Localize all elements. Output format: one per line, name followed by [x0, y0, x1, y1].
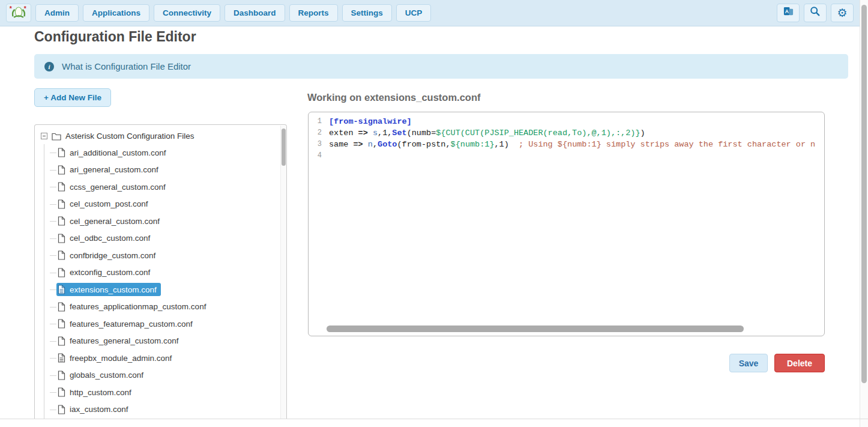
tree-file-item[interactable]: freepbx_module_admin.conf — [56, 350, 286, 367]
file-icon — [58, 148, 65, 157]
top-navbar: * * AdminApplicationsConnectivityDashboa… — [0, 0, 860, 26]
nav-menu-button[interactable]: Reports — [289, 4, 338, 22]
tree-file-label: iax_custom.conf — [70, 405, 128, 414]
tree-items: ari_additional_custom.conf ari_general_c… — [56, 144, 286, 419]
tree-file-item[interactable]: ari_general_custom.conf — [56, 162, 286, 179]
file-icon — [58, 165, 65, 175]
svg-text:*: * — [10, 5, 13, 11]
nav-menu-button[interactable]: Connectivity — [154, 4, 220, 22]
tree-file-item[interactable]: features_applicationmap_custom.conf — [56, 298, 286, 316]
working-on-heading: Working on extensions_custom.conf — [307, 92, 480, 103]
tree-file-anchor[interactable]: ari_general_custom.conf — [56, 163, 163, 177]
editor-horizontal-scrollbar[interactable] — [323, 326, 816, 332]
gear-icon: ⚙ — [837, 7, 847, 19]
tree-root-label: Asterisk Custom Configuration Files — [65, 132, 194, 141]
tree-file-item[interactable]: confbridge_custom.conf — [56, 247, 286, 264]
tree-file-item[interactable]: cel_custom_post.conf — [56, 196, 286, 213]
file-icon — [58, 268, 65, 277]
search-icon — [810, 6, 821, 20]
tree-file-anchor[interactable]: ari_additional_custom.conf — [56, 146, 170, 159]
delete-button[interactable]: Delete — [774, 354, 825, 372]
editor-code[interactable]: [from-signalwire]exten => s,1,Set(numb=$… — [329, 116, 823, 162]
tree-scrollbar-thumb[interactable] — [282, 129, 286, 166]
tree-file-anchor[interactable]: cel_odbc_custom.conf — [56, 232, 154, 245]
tree-file-label: cel_odbc_custom.conf — [70, 234, 150, 243]
tree-file-item[interactable]: extconfig_custom.conf — [56, 264, 286, 282]
tree-file-label: features_featuremap_custom.conf — [70, 319, 193, 329]
search-button[interactable] — [804, 4, 827, 22]
tree-file-label: cel_general_custom.conf — [70, 217, 160, 226]
folder-icon — [52, 132, 61, 141]
nav-menu-button[interactable]: Admin — [35, 4, 79, 22]
freepbx-frog-icon: * * — [9, 5, 28, 22]
file-icon — [58, 216, 65, 226]
tree-file-item[interactable]: cel_general_custom.conf — [56, 213, 286, 230]
save-button[interactable]: Save — [729, 354, 768, 372]
file-icon — [58, 199, 65, 209]
tree-file-anchor[interactable]: globals_custom.conf — [56, 369, 148, 382]
tree-file-item[interactable]: extensions_custom.conf — [56, 281, 286, 298]
tree-file-anchor[interactable]: cel_general_custom.conf — [56, 214, 164, 228]
tree-file-item[interactable]: ccss_general_custom.conf — [56, 178, 286, 196]
file-icon — [58, 302, 65, 312]
nav-menu-button[interactable]: Applications — [83, 4, 149, 22]
tree-file-anchor[interactable]: cel_custom_post.conf — [56, 198, 152, 211]
freepbx-logo-button[interactable]: * * — [6, 4, 31, 22]
nav-menu-button[interactable]: Dashboard — [225, 4, 285, 22]
tree-file-label: ccss_general_custom.conf — [70, 183, 166, 192]
tree-file-label: freepbx_module_admin.conf — [70, 354, 172, 363]
page: * * AdminApplicationsConnectivityDashboa… — [0, 0, 868, 427]
tree-file-item[interactable]: http_custom.conf — [56, 384, 286, 401]
collapse-toggle-icon[interactable] — [41, 133, 47, 139]
tree-file-item[interactable]: iax_custom.conf — [56, 401, 286, 419]
file-icon — [58, 371, 65, 380]
tree-file-label: features_general_custom.conf — [70, 336, 179, 345]
tree-root-node[interactable]: Asterisk Custom Configuration Files — [41, 128, 286, 144]
settings-button[interactable]: ⚙ — [831, 4, 854, 22]
file-icon — [58, 250, 65, 260]
file-icon — [58, 234, 65, 243]
file-icon — [58, 319, 65, 329]
tree-connector-line — [44, 144, 44, 419]
file-text-icon — [58, 353, 65, 363]
language-button[interactable]: A — [777, 4, 800, 22]
tree-file-label: confbridge_custom.conf — [70, 251, 155, 260]
tree-file-label: features_applicationmap_custom.conf — [70, 302, 206, 311]
add-new-file-label: Add New File — [50, 93, 101, 102]
page-scrollbar[interactable] — [860, 0, 868, 427]
tree-file-anchor[interactable]: features_applicationmap_custom.conf — [56, 300, 210, 313]
tree-file-item[interactable]: features_general_custom.conf — [56, 333, 286, 350]
nav-menu-button[interactable]: UCP — [396, 4, 432, 22]
editor-hscroll-thumb[interactable] — [327, 326, 744, 332]
add-new-file-button[interactable]: + Add New File — [34, 88, 111, 107]
tree-file-anchor[interactable]: freepbx_module_admin.conf — [56, 351, 176, 365]
tree-file-anchor[interactable]: extensions_custom.conf — [56, 283, 161, 296]
tree-file-anchor[interactable]: http_custom.conf — [56, 386, 136, 399]
file-text-icon — [58, 285, 65, 294]
tree-file-item[interactable]: features_featuremap_custom.conf — [56, 315, 286, 333]
tree-file-label: extensions_custom.conf — [70, 285, 157, 294]
tree-file-label: ari_general_custom.conf — [70, 165, 158, 174]
tree-file-anchor[interactable]: features_featuremap_custom.conf — [56, 317, 197, 330]
tree-file-item[interactable]: globals_custom.conf — [56, 367, 286, 384]
config-code-editor[interactable]: 1234 [from-signalwire]exten => s,1,Set(n… — [308, 112, 825, 336]
tree-file-item[interactable]: cel_odbc_custom.conf — [56, 230, 286, 247]
tree-file-anchor[interactable]: ccss_general_custom.conf — [56, 180, 170, 193]
navbar-right-icons: A ⚙ — [777, 4, 854, 22]
file-icon — [58, 182, 65, 192]
tree-file-anchor[interactable]: features_general_custom.conf — [56, 335, 183, 348]
tree-file-item[interactable]: ari_additional_custom.conf — [56, 144, 286, 162]
file-tree-panel: Asterisk Custom Configuration Files ari_… — [34, 124, 287, 419]
info-alert[interactable]: i What is Configuration File Editor — [34, 54, 848, 79]
plus-icon: + — [44, 93, 49, 102]
nav-menu-button[interactable]: Settings — [342, 4, 392, 22]
tree-file-label: extconfig_custom.conf — [70, 268, 150, 277]
tree-file-label: http_custom.conf — [70, 388, 131, 397]
tree-scrollbar[interactable] — [280, 126, 286, 419]
file-icon — [58, 336, 65, 346]
tree-file-anchor[interactable]: confbridge_custom.conf — [56, 249, 160, 262]
tree-file-anchor[interactable]: iax_custom.conf — [56, 403, 133, 416]
info-alert-text: What is Configuration File Editor — [62, 61, 191, 71]
page-scrollbar-thumb[interactable] — [861, 5, 867, 383]
tree-file-anchor[interactable]: extconfig_custom.conf — [56, 266, 154, 279]
